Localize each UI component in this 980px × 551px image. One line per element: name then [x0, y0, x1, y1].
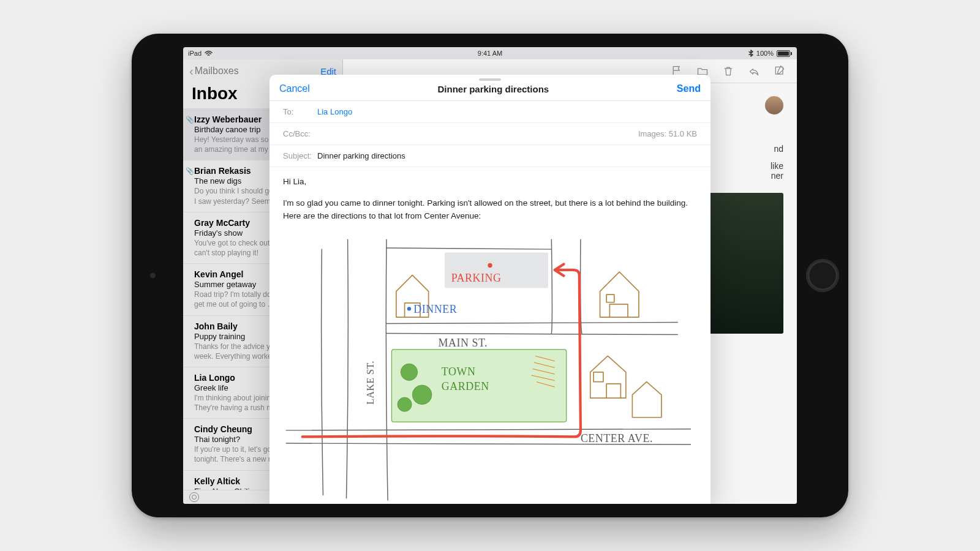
attachment-icon: 📎 — [186, 167, 194, 175]
attachment-icon: 📎 — [186, 116, 194, 124]
back-label: Mailboxes — [195, 66, 239, 77]
to-field[interactable]: To: Lia Longo — [270, 101, 710, 123]
to-label: To: — [283, 107, 317, 116]
battery-icon — [777, 50, 792, 57]
images-size: Images: 51.0 KB — [638, 129, 697, 138]
svg-point-3 — [412, 385, 432, 405]
to-value[interactable]: Lia Longo — [317, 107, 697, 116]
send-button[interactable]: Send — [677, 83, 701, 94]
device-camera — [150, 273, 156, 279]
back-to-mailboxes[interactable]: ‹ Mailboxes — [189, 65, 239, 77]
map-sketch-attachment[interactable]: PARKING DINNER MAIN ST. TOWN GARDEN LAKE… — [270, 236, 710, 504]
map-label-parking: PARKING — [451, 272, 502, 284]
status-time: 9:41 AM — [183, 50, 797, 57]
greeting: Hi Lia, — [283, 176, 697, 189]
svg-point-4 — [398, 397, 412, 411]
map-sketch: PARKING DINNER MAIN ST. TOWN GARDEN LAKE… — [283, 236, 697, 504]
svg-point-6 — [407, 307, 411, 310]
filter-icon[interactable] — [189, 492, 199, 502]
ccbcc-field[interactable]: Cc/Bcc: Images: 51.0 KB — [270, 123, 710, 145]
map-label-garden-1: TOWN — [442, 365, 476, 378]
subject-field[interactable]: Subject: Dinner parking directions — [270, 145, 710, 167]
svg-point-5 — [488, 263, 492, 268]
map-label-main: MAIN ST. — [439, 336, 488, 348]
trash-icon[interactable] — [722, 65, 734, 77]
ipad-device-frame: iPad 9:41 AM 100% ‹ Mailboxes — [132, 34, 848, 517]
body-paragraph: I'm so glad you came to dinner tonight. … — [283, 197, 697, 223]
device-screen: iPad 9:41 AM 100% ‹ Mailboxes — [183, 47, 797, 504]
subject-value[interactable]: Dinner parking directions — [317, 151, 697, 160]
reply-icon[interactable] — [748, 65, 760, 77]
map-label-garden-2: GARDEN — [442, 380, 489, 392]
svg-point-2 — [401, 364, 417, 380]
sender-avatar[interactable] — [765, 96, 783, 114]
map-label-dinner: DINNER — [413, 302, 457, 315]
map-label-center: CENTER AVE. — [581, 432, 653, 444]
map-label-lake: LAKE ST. — [365, 361, 375, 405]
subject-label: Subject: — [283, 151, 317, 160]
chevron-left-icon: ‹ — [189, 65, 194, 77]
cancel-button[interactable]: Cancel — [279, 83, 310, 94]
ccbcc-label: Cc/Bcc: — [283, 129, 311, 138]
compose-body-text[interactable]: Hi Lia, I'm so glad you came to dinner t… — [270, 167, 710, 236]
compose-title: Dinner parking directions — [437, 84, 549, 94]
compose-sheet: Cancel Dinner parking directions Send To… — [270, 75, 710, 504]
compose-icon[interactable] — [774, 65, 786, 77]
home-button[interactable] — [806, 259, 839, 292]
status-bar: iPad 9:41 AM 100% — [183, 47, 797, 59]
